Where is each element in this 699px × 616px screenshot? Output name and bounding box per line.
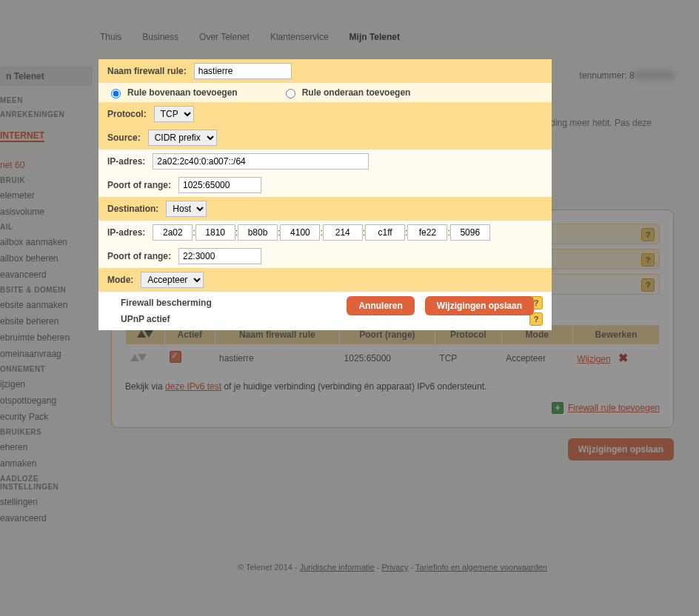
firewall-rule-modal: Naam firewall rule: Rule bovenaan toevoe… — [98, 59, 552, 330]
dst-ip-5[interactable] — [365, 224, 405, 241]
src-port-input[interactable] — [178, 177, 261, 193]
src-ip-input[interactable] — [153, 153, 369, 170]
radio-top[interactable]: Rule bovenaan toevoegen — [107, 87, 238, 98]
dst-ip-1[interactable] — [195, 224, 235, 241]
dst-ip-7[interactable] — [450, 224, 490, 241]
dest-select[interactable]: Host — [166, 201, 207, 217]
dst-ip-4[interactable] — [323, 224, 363, 241]
dst-ip-label: IP-adres: — [107, 227, 145, 238]
dest-label: Destination: — [107, 204, 158, 214]
name-label: Naam firewall rule: — [107, 66, 187, 76]
proto-label: Protocol: — [107, 109, 147, 119]
source-label: Source: — [107, 133, 141, 143]
dst-ip-6[interactable] — [407, 224, 447, 241]
cancel-button[interactable]: Annuleren — [347, 296, 414, 315]
dst-ip-3[interactable] — [280, 224, 320, 241]
source-select[interactable]: CIDR prefix — [148, 130, 217, 146]
radio-bottom[interactable]: Rule onderaan toevoegen — [282, 87, 411, 98]
dst-ip-0[interactable] — [153, 224, 193, 241]
rule-name-input[interactable] — [194, 63, 292, 79]
mode-label: Mode: — [107, 275, 133, 285]
src-ip-label: IP-adres: — [107, 156, 145, 167]
radio-bottom-input[interactable] — [286, 89, 295, 98]
mode-select[interactable]: Accepteer — [141, 272, 204, 288]
dst-ip-2[interactable] — [238, 224, 278, 241]
dst-port-input[interactable] — [178, 248, 261, 264]
radio-top-input[interactable] — [111, 89, 121, 98]
modal-save-button[interactable]: Wijzigingen opslaan — [425, 296, 534, 315]
src-port-label: Poort of range: — [107, 180, 171, 190]
proto-select[interactable]: TCP — [154, 106, 194, 122]
dst-port-label: Poort of range: — [107, 251, 171, 261]
